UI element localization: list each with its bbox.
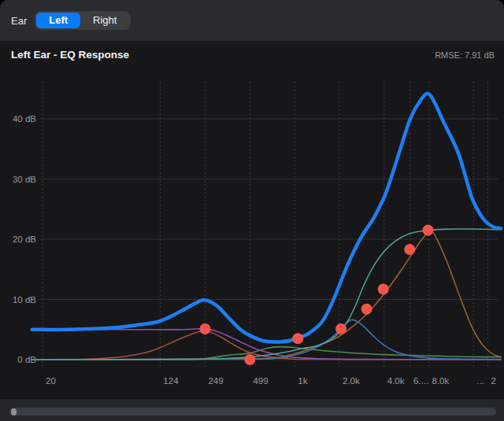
bottom-bar — [0, 399, 504, 421]
x-tick-label: 1k — [298, 376, 307, 386]
x-tick-label: ... — [476, 376, 484, 386]
zoom-scrollbar-track[interactable] — [9, 408, 496, 415]
x-tick-label: 2 — [491, 376, 496, 386]
y-tick-label: 20 dB — [13, 235, 36, 244]
segment-right-button[interactable]: Right — [80, 13, 129, 28]
eq-filter-point[interactable] — [361, 304, 372, 315]
eq-curve-eq-response-sum — [32, 94, 501, 342]
eq-app-window: Ear Left Right Left Ear - EQ Response RM… — [0, 0, 504, 421]
eq-filter-point[interactable] — [292, 333, 303, 344]
eq-response-chart[interactable]: 0 dB10 dB20 dB30 dB40 dB201242494991k2.0… — [0, 41, 504, 399]
chart-panel: Left Ear - EQ Response RMSE: 7.91 dB 0 d… — [0, 41, 504, 399]
x-tick-label: 4.0k — [387, 376, 405, 386]
zoom-scrollbar-thumb[interactable] — [11, 408, 17, 415]
x-tick-label: 249 — [208, 376, 223, 386]
segment-left-button[interactable]: Left — [36, 13, 80, 28]
x-tick-label: 499 — [253, 376, 268, 386]
ear-label: Ear — [11, 15, 27, 27]
y-tick-label: 30 dB — [13, 175, 36, 184]
y-tick-label: 10 dB — [13, 295, 36, 305]
eq-filter-point[interactable] — [422, 225, 433, 236]
x-tick-label: 2.0k — [343, 376, 360, 386]
eq-filter-point[interactable] — [378, 283, 389, 294]
x-tick-label: 20 — [46, 376, 56, 386]
eq-filter-point[interactable] — [199, 323, 210, 334]
top-toolbar: Ear Left Right — [0, 0, 504, 41]
y-tick-label: 40 dB — [13, 114, 36, 124]
eq-filter-point[interactable] — [244, 354, 255, 365]
x-tick-label: 6.... — [413, 376, 428, 386]
x-tick-label: 124 — [163, 376, 179, 386]
eq-filter-point[interactable] — [335, 323, 346, 334]
x-tick-label: 8.0k — [432, 376, 449, 386]
eq-filter-point[interactable] — [404, 244, 415, 255]
ear-segmented-control[interactable]: Left Right — [35, 11, 131, 30]
